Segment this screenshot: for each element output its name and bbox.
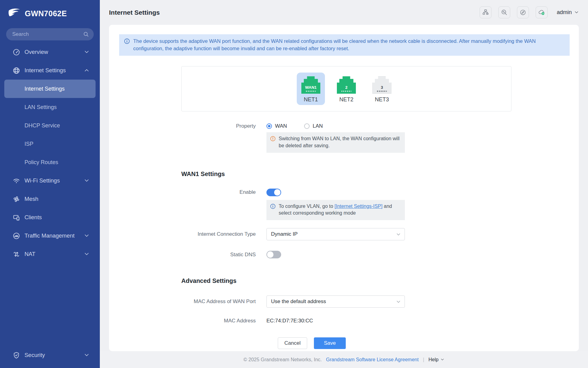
enable-toggle[interactable] (266, 189, 281, 196)
shield-check-icon (13, 351, 20, 359)
chevron-down-icon (574, 10, 579, 15)
sidebar-item-clients[interactable]: Clients (0, 208, 100, 227)
select-value: Use the default address (271, 299, 326, 305)
port-pins (306, 91, 316, 92)
info-icon (124, 38, 130, 44)
user-name: admin (557, 9, 572, 16)
grandstream-logo-icon (8, 8, 21, 19)
license-agreement-link[interactable]: Grandstream Software License Agreement (326, 357, 419, 362)
mac-mode-select[interactable]: Use the default address (266, 295, 405, 308)
sidebar-subitem-isp[interactable]: ISP (4, 135, 96, 153)
user-menu[interactable]: admin (557, 9, 579, 16)
warning-text: Switching from WAN to LAN, the WAN confi… (279, 135, 401, 149)
footer-separator: | (423, 357, 424, 362)
diagnostics-button[interactable] (498, 6, 510, 18)
internet-settings-isp-link[interactable]: [Internet Settings-ISP] (334, 204, 383, 209)
help-menu[interactable]: Help (428, 357, 444, 362)
chevron-down-icon (396, 299, 401, 304)
chevron-down-icon (396, 232, 401, 237)
info-icon (270, 204, 276, 209)
sidebar-item-mesh[interactable]: Mesh (0, 190, 100, 208)
main-content: The device supports the adaptive WAN por… (100, 25, 588, 368)
globe-icon (13, 67, 20, 74)
sidebar-item-internet-settings[interactable]: Internet Settings (0, 61, 100, 80)
sidebar-subitem-policy-routes[interactable]: Policy Routes (4, 153, 96, 171)
search-input[interactable] (6, 28, 94, 40)
property-label: Property (109, 123, 266, 129)
radio-lan[interactable]: LAN (304, 123, 323, 129)
port-net2[interactable]: 2 NET2 (332, 73, 360, 105)
advanced-settings-heading: Advanced Settings (181, 277, 579, 284)
sidebar: GWN7062E Overview Internet Settings Inte… (0, 0, 100, 368)
radio-circle (304, 123, 310, 129)
connection-type-row: Internet Connection Type Dynamic IP (109, 228, 579, 240)
toggle-knob (267, 251, 273, 258)
rj45-port-icon: 3 (372, 76, 391, 94)
search-icon (83, 31, 89, 37)
help-label: Help (428, 357, 439, 362)
sidebar-subitem-internet-settings[interactable]: Internet Settings (4, 80, 96, 98)
add-network-button[interactable] (480, 6, 492, 18)
copyright-text: © 2025 Grandstream Networks, Inc. (243, 357, 322, 362)
compass-icon (519, 9, 526, 16)
static-dns-row: Static DNS (109, 251, 579, 258)
chevron-down-icon (440, 358, 444, 362)
toggle-knob (274, 189, 281, 196)
vlan-note: To configure VLAN, go to [Internet Setti… (266, 200, 405, 220)
save-button[interactable]: Save (314, 337, 346, 349)
form-actions: Cancel Save (278, 337, 579, 349)
clients-devices-icon (13, 214, 20, 221)
sidebar-item-nat[interactable]: NAT (0, 245, 100, 263)
sidebar-item-label: Internet Settings (24, 67, 66, 74)
sidebar-subitem-lan-settings[interactable]: LAN Settings (4, 98, 96, 116)
port-pins (341, 91, 351, 92)
static-dns-label: Static DNS (109, 252, 266, 258)
static-dns-toggle[interactable] (266, 251, 281, 258)
port-net1[interactable]: WAN1 NET1 (297, 73, 325, 105)
port-caption: NET3 (375, 96, 389, 103)
sidebar-subitem-label: Policy Routes (24, 159, 58, 166)
compass-button[interactable] (517, 6, 529, 18)
sidebar-item-label: NAT (24, 251, 36, 257)
sidebar-subitem-label: ISP (24, 141, 33, 147)
radio-wan[interactable]: WAN (266, 123, 287, 129)
traffic-gauge-icon (13, 232, 20, 240)
cancel-button[interactable]: Cancel (278, 337, 307, 349)
chevron-up-icon (84, 68, 89, 73)
sidebar-subitem-label: DHCP Service (24, 122, 60, 129)
chevron-down-icon (84, 233, 89, 238)
top-header: Internet Settings admin (100, 0, 588, 25)
sidebar-nav: Overview Internet Settings Internet Sett… (0, 43, 100, 263)
property-radio-group: WAN LAN (266, 123, 323, 129)
radio-label: LAN (313, 123, 323, 129)
sidebar-item-overview[interactable]: Overview (0, 43, 100, 61)
sidebar-item-wifi-settings[interactable]: Wi-Fi Settings (0, 171, 100, 190)
mesh-icon (13, 195, 20, 203)
sidebar-item-label: Overview (24, 49, 48, 55)
adaptive-wan-banner: The device supports the adaptive WAN por… (119, 34, 570, 56)
mac-address-row: MAC Address EC:74:D7:7E:30:CC (109, 318, 579, 324)
sidebar-subitem-label: Internet Settings (24, 86, 65, 92)
cloud-status-button[interactable] (536, 6, 548, 18)
cloud-connected-icon (538, 9, 545, 16)
sidebar-item-traffic-management[interactable]: Traffic Management (0, 227, 100, 245)
device-name: GWN7062E (25, 9, 67, 18)
chevron-down-icon (84, 251, 89, 257)
sidebar-item-security[interactable]: Security (0, 346, 100, 364)
settings-card: The device supports the adaptive WAN por… (109, 25, 579, 351)
radio-label: WAN (275, 123, 287, 129)
vlan-note-prefix: To configure VLAN, go to (279, 204, 334, 209)
select-value: Dynamic IP (271, 231, 298, 237)
mac-mode-label: MAC Address of WAN Port (109, 299, 266, 305)
enable-label: Enable (109, 189, 266, 195)
sidebar-subitem-dhcp-service[interactable]: DHCP Service (4, 116, 96, 135)
brand: GWN7062E (0, 0, 100, 19)
port-pins (377, 91, 387, 92)
wan1-settings-heading: WAN1 Settings (181, 171, 579, 178)
connection-type-select[interactable]: Dynamic IP (266, 228, 405, 240)
property-row: Property WAN LAN (109, 123, 579, 129)
port-net3[interactable]: 3 NET3 (368, 73, 396, 105)
mac-address-value: EC:74:D7:7E:30:CC (266, 318, 313, 324)
rj45-port-icon: 2 (337, 76, 356, 94)
page-footer: © 2025 Grandstream Networks, Inc. Grands… (100, 351, 588, 368)
